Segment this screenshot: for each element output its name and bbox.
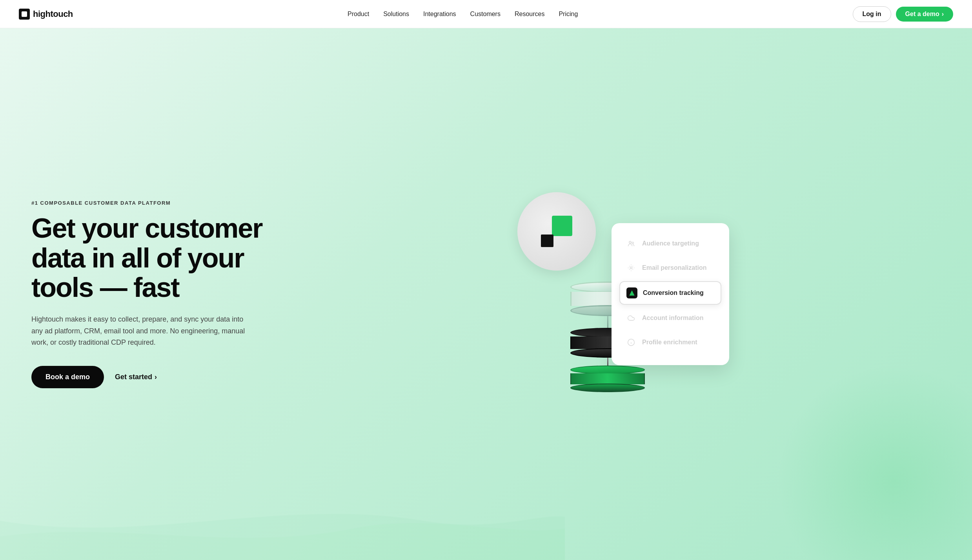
nav-item-solutions[interactable]: Solutions [383, 11, 409, 18]
svg-point-1 [632, 242, 633, 244]
account-label: Account information [642, 315, 703, 322]
profile-icon [626, 337, 637, 348]
feature-item-email[interactable]: Email personalization [619, 257, 721, 279]
wave-decoration [0, 482, 565, 560]
pipe-2 [607, 358, 608, 365]
profile-label: Profile enrichment [642, 339, 697, 346]
black-square [541, 235, 553, 247]
hero-cta-group: Book a demo Get started › [31, 366, 275, 388]
login-button[interactable]: Log in [853, 6, 891, 22]
svg-point-0 [629, 241, 631, 243]
book-demo-button[interactable]: Book a demo [31, 366, 104, 388]
get-started-button[interactable]: Get started › [115, 373, 157, 381]
arrow-icon: › [942, 11, 944, 18]
green-square [552, 216, 572, 236]
email-label: Email personalization [642, 264, 706, 271]
hero-visual: Audience targeting Email personalization [275, 192, 941, 396]
audience-label: Audience targeting [642, 240, 699, 247]
cylinder-green-top [570, 365, 645, 374]
feature-panel: Audience targeting Email personalization [612, 223, 729, 365]
account-icon [626, 313, 637, 324]
hero-section: #1 Composable Customer Data Platform Get… [0, 28, 972, 560]
cylinder-green-bottom [570, 384, 645, 392]
hero-illustration: Audience targeting Email personalization [510, 192, 706, 396]
svg-point-2 [630, 267, 632, 269]
email-icon [626, 262, 637, 273]
navigation: hightouch Product Solutions Integrations… [0, 0, 972, 28]
feature-item-profile[interactable]: Profile enrichment [619, 331, 721, 353]
nav-item-resources[interactable]: Resources [515, 11, 544, 18]
audience-icon [626, 238, 637, 249]
logo-graphic [541, 216, 572, 247]
hero-badge: #1 Composable Customer Data Platform [31, 200, 275, 206]
logo-circle [517, 192, 596, 271]
feature-item-conversion[interactable]: Conversion tracking [619, 281, 721, 305]
logo-link[interactable]: hightouch [19, 9, 73, 20]
pipe-1 [607, 316, 608, 328]
get-demo-button[interactable]: Get a demo › [896, 7, 953, 22]
nav-actions: Log in Get a demo › [853, 6, 953, 22]
cylinder-green-body [570, 373, 645, 384]
conversion-label: Conversion tracking [643, 289, 704, 296]
logo-icon [19, 9, 30, 20]
nav-item-product[interactable]: Product [348, 11, 369, 18]
nav-links: Product Solutions Integrations Customers… [348, 11, 578, 18]
nav-item-integrations[interactable]: Integrations [423, 11, 456, 18]
feature-item-account[interactable]: Account information [619, 307, 721, 329]
nav-item-customers[interactable]: Customers [470, 11, 501, 18]
nav-item-pricing[interactable]: Pricing [559, 11, 578, 18]
hero-title: Get your customer data in all of your to… [31, 214, 275, 303]
feature-item-audience[interactable]: Audience targeting [619, 233, 721, 255]
logo-text: hightouch [33, 9, 73, 19]
hero-content: #1 Composable Customer Data Platform Get… [31, 200, 275, 388]
conversion-icon [626, 287, 637, 298]
arrow-icon: › [155, 373, 157, 381]
hero-description: Hightouch makes it easy to collect, prep… [31, 314, 251, 349]
